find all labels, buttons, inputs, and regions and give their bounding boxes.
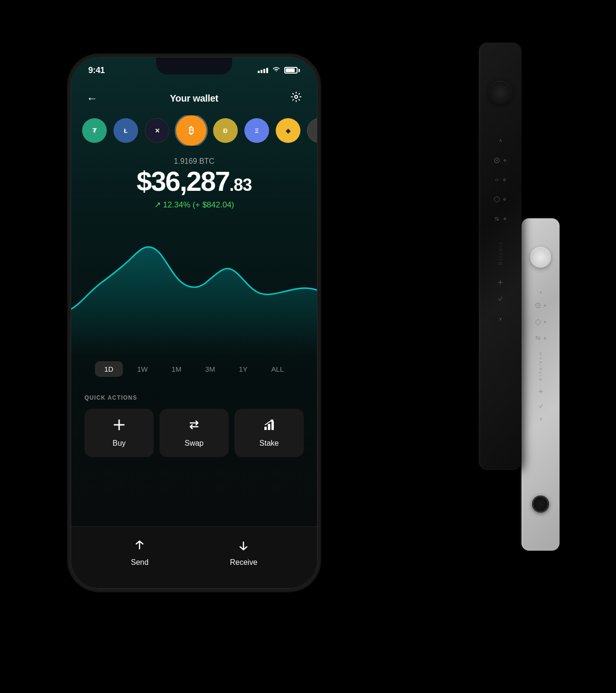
change-pct: 12.34% — [163, 200, 190, 209]
settings-button[interactable] — [290, 91, 302, 105]
stake-icon — [262, 418, 276, 434]
ledger-nano-s-body: ∧ Ethereum — [522, 218, 560, 551]
phone-device: 9:41 — [71, 57, 317, 589]
coin-tether[interactable]: ₮ — [82, 118, 107, 143]
status-time: 9:41 — [88, 66, 105, 75]
coin-selector: ₮ Ł ✕ ₿ Ð Ξ ◈ A — [71, 115, 317, 146]
time-filter-3m[interactable]: 3M — [196, 361, 224, 377]
swap-icon — [187, 418, 201, 434]
ledger-nano-s: ∧ Ethereum — [522, 218, 560, 551]
ledger-s-button-top — [530, 247, 551, 268]
svg-rect-3 — [264, 427, 267, 430]
ledger-s-ethereum-label: Ethereum — [538, 351, 543, 381]
time-filter-1w[interactable]: 1W — [128, 361, 158, 377]
coin-algo[interactable]: A — [307, 118, 317, 143]
ledger-nav-up: ∧ — [499, 138, 502, 143]
scene: 9:41 — [47, 19, 569, 674]
svg-point-27 — [538, 338, 540, 340]
svg-point-12 — [503, 198, 506, 201]
quick-actions-row: Buy Swap — [84, 409, 304, 457]
change-usd: ( — [190, 200, 195, 209]
time-filter-1y[interactable]: 1Y — [229, 361, 257, 377]
svg-point-22 — [544, 304, 546, 307]
signal-icon — [258, 68, 268, 73]
swap-label: Swap — [185, 439, 204, 448]
time-filter-1m[interactable]: 1M — [162, 361, 191, 377]
status-icons — [258, 66, 300, 75]
ledger-s-usb-circle — [532, 496, 549, 513]
svg-rect-4 — [268, 424, 271, 430]
ledger-nano-x: ∧ — [479, 43, 522, 470]
usd-balance: $36,287.83 — [71, 168, 317, 195]
send-button[interactable]: Send — [131, 539, 149, 567]
swap-button[interactable]: Swap — [159, 409, 229, 457]
phone-screen: 9:41 — [71, 57, 317, 588]
svg-point-15 — [495, 217, 497, 219]
quick-actions-section: QUICK ACTIONS Buy — [71, 394, 317, 457]
usd-cents: .83 — [229, 175, 252, 195]
svg-point-0 — [295, 95, 298, 98]
balance-change: ↗ 12.34% (+ $842.04) — [71, 200, 317, 210]
svg-point-9 — [496, 160, 498, 161]
svg-point-10 — [504, 159, 506, 162]
ledger-s-screen: ∧ Ethereum — [529, 290, 552, 432]
ledger-nav-down: ∨ — [499, 316, 502, 321]
back-button[interactable]: ← — [86, 92, 98, 105]
buy-button[interactable]: Buy — [84, 409, 154, 457]
coin-ethereum[interactable]: Ξ — [244, 118, 269, 143]
svg-point-17 — [504, 217, 506, 220]
send-label: Send — [131, 558, 149, 567]
stake-button[interactable]: Stake — [234, 409, 304, 457]
page-title: Your wallet — [170, 93, 218, 104]
ledger-nano-x-body: ∧ — [479, 43, 522, 470]
svg-point-16 — [497, 219, 499, 221]
send-icon — [133, 539, 146, 554]
svg-point-21 — [537, 305, 539, 306]
coin-dogecoin[interactable]: Ð — [213, 118, 238, 143]
svg-point-26 — [536, 337, 537, 338]
svg-point-23 — [544, 321, 546, 323]
chart-area — [71, 214, 317, 356]
ledger-bottom-icons — [497, 279, 504, 302]
svg-point-28 — [544, 337, 546, 339]
phone-notch — [156, 57, 232, 75]
buy-icon — [112, 418, 126, 434]
time-filter-all[interactable]: ALL — [262, 361, 294, 377]
coin-bnb[interactable]: ◈ — [276, 118, 300, 143]
app-header: ← Your wallet — [71, 86, 317, 111]
ledger-icon-list — [494, 157, 507, 222]
coin-bitcoin-active[interactable]: ₿ — [176, 115, 206, 146]
time-filters: 1D 1W 1M 3M 1Y ALL — [71, 361, 317, 377]
coin-litecoin[interactable]: Ł — [113, 118, 138, 143]
time-filter-1d[interactable]: 1D — [95, 361, 123, 377]
coin-xrp[interactable]: ✕ — [145, 118, 169, 143]
battery-icon — [284, 67, 300, 74]
wifi-icon — [272, 66, 280, 75]
ledger-bitcoin-label: Bitcoin — [498, 241, 503, 265]
price-chart — [71, 214, 317, 356]
usd-main: $36,287 — [137, 166, 230, 197]
svg-point-11 — [503, 178, 506, 181]
stake-label: Stake — [260, 439, 279, 448]
buy-label: Buy — [112, 439, 126, 448]
ledger-x-button — [488, 81, 512, 104]
coin-balance: 1.9169 BTC — [71, 157, 317, 166]
receive-icon — [237, 539, 250, 554]
bottom-bar: Send Receive — [71, 526, 317, 588]
coin-partial[interactable] — [71, 118, 75, 143]
ledger-x-screen: ∧ — [491, 138, 510, 337]
receive-label: Receive — [230, 558, 257, 567]
receive-button[interactable]: Receive — [230, 539, 257, 567]
balance-area: 1.9169 BTC $36,287.83 ↗ 12.34% (+ $842.0… — [71, 157, 317, 210]
quick-actions-label: QUICK ACTIONS — [84, 394, 304, 401]
change-arrow: ↗ — [154, 200, 163, 209]
